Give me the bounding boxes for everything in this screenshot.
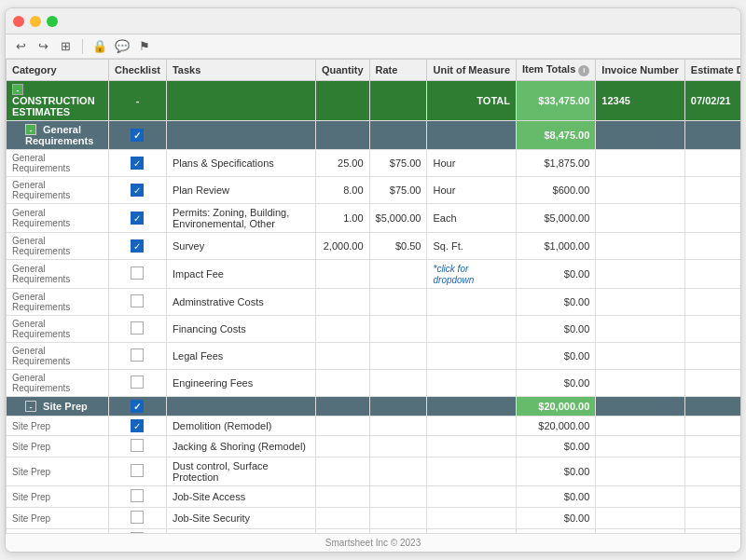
- app-window: ↩ ↪ ⊞ 🔒 💬 ⚑ Category Checklist Tasks Qua…: [5, 7, 741, 553]
- checklist-cell: [109, 370, 167, 397]
- rate-cell: [369, 486, 427, 508]
- task-cell: Demolition (Remodel): [166, 417, 315, 436]
- task-cell: Plan Review: [166, 177, 315, 204]
- qty-cell: [315, 289, 369, 316]
- checkbox[interactable]: [131, 464, 144, 477]
- group-expand-icon[interactable]: -: [25, 124, 36, 135]
- invoice-cell: [596, 233, 685, 260]
- unit-cell: [427, 343, 517, 370]
- unit-cell: [427, 289, 517, 316]
- expand-icon[interactable]: -: [12, 84, 23, 95]
- checkbox[interactable]: [131, 439, 144, 452]
- site-prep-tasks: [166, 397, 315, 417]
- checkbox[interactable]: [131, 266, 144, 280]
- comment-icon[interactable]: 💬: [115, 39, 130, 54]
- rate-cell: [369, 316, 427, 343]
- unit-cell: [427, 316, 517, 343]
- maximize-button[interactable]: [47, 16, 58, 27]
- checkbox[interactable]: [131, 321, 144, 335]
- qty-cell: [315, 486, 369, 508]
- qty-cell: 8.00: [315, 177, 369, 204]
- general-req-estimate: [684, 121, 740, 150]
- estimate-cell: [684, 486, 740, 508]
- invoice-cell: [596, 436, 685, 458]
- category-cell: Site Prep: [7, 508, 109, 529]
- checkbox[interactable]: [131, 376, 144, 389]
- table-row: General Requirements Engineering Fees $0…: [7, 370, 741, 397]
- col-tasks: Tasks: [166, 60, 315, 81]
- total-cell: $0.00: [517, 260, 596, 289]
- flag-icon[interactable]: ⚑: [137, 39, 152, 54]
- total-cell: $1,000.00: [517, 233, 596, 260]
- title-bar: [6, 8, 740, 34]
- spreadsheet-table: Category Checklist Tasks Quantity Rate U…: [6, 59, 740, 533]
- close-button[interactable]: [13, 16, 24, 27]
- toolbar: ↩ ↪ ⊞ 🔒 💬 ⚑: [6, 34, 740, 59]
- invoice-cell: [596, 177, 685, 204]
- qty-cell: [315, 417, 369, 436]
- checklist-cell: [109, 458, 167, 486]
- checkbox[interactable]: [131, 348, 144, 362]
- task-cell: Plans & Specifications: [166, 150, 315, 177]
- category-cell: General Requirements: [7, 370, 109, 397]
- invoice-cell: [596, 316, 685, 343]
- checklist-cell: [109, 289, 167, 316]
- category-cell: General Requirements: [7, 343, 109, 370]
- site-prep-checkbox[interactable]: [131, 400, 144, 413]
- format-icon[interactable]: ⊞: [58, 39, 73, 54]
- minimize-button[interactable]: [30, 16, 41, 27]
- col-quantity: Quantity: [315, 60, 369, 81]
- undo-icon[interactable]: ↩: [13, 39, 28, 54]
- task-cell: Engineering Fees: [166, 370, 315, 397]
- checkbox[interactable]: [131, 184, 144, 197]
- rate-cell: $5,000.00: [369, 204, 427, 233]
- unit-cell: *click for dropdown: [427, 260, 517, 289]
- checkbox[interactable]: [131, 239, 144, 253]
- invoice-cell: [596, 150, 685, 177]
- task-cell: Dust control, Surface Protection: [166, 458, 315, 486]
- general-requirements-group-row: - General Requirements $8,475.00: [7, 121, 741, 150]
- checkbox[interactable]: [131, 489, 144, 502]
- checkbox[interactable]: [131, 419, 144, 432]
- construction-rate: [369, 81, 427, 121]
- unit-cell: Sq. Ft.: [427, 233, 517, 260]
- general-req-checkbox[interactable]: [131, 129, 144, 142]
- qty-cell: [315, 508, 369, 529]
- qty-cell: [315, 343, 369, 370]
- lock-icon[interactable]: 🔒: [92, 39, 107, 54]
- general-req-qty: [315, 121, 369, 150]
- invoice-cell: [596, 458, 685, 486]
- checkbox[interactable]: [131, 511, 144, 524]
- estimate-cell: [684, 204, 740, 233]
- total-cell: $20,000.00: [517, 417, 596, 436]
- checklist-cell: [109, 150, 167, 177]
- total-cell: $0.00: [517, 486, 596, 508]
- invoice-cell: [596, 289, 685, 316]
- total-cell: $0.00: [517, 436, 596, 458]
- unit-cell: [427, 508, 517, 529]
- site-prep-total: $20,000.00: [517, 397, 596, 417]
- task-cell: Job-Site Access: [166, 486, 315, 508]
- site-prep-expand-icon[interactable]: -: [25, 401, 36, 412]
- checkbox[interactable]: [131, 157, 144, 170]
- site-prep-unit: [427, 397, 517, 417]
- task-cell: Job-Site Security: [166, 508, 315, 529]
- category-cell: General Requirements: [7, 233, 109, 260]
- redo-icon[interactable]: ↪: [35, 39, 50, 54]
- qty-cell: [315, 458, 369, 486]
- site-prep-rate: [369, 397, 427, 417]
- estimate-cell: [684, 417, 740, 436]
- rate-cell: $0.50: [369, 233, 427, 260]
- checkbox[interactable]: [131, 212, 144, 225]
- checkbox[interactable]: [131, 294, 144, 307]
- rate-cell: [369, 343, 427, 370]
- checklist-cell: [109, 316, 167, 343]
- category-cell: General Requirements: [7, 316, 109, 343]
- qty-cell: [315, 370, 369, 397]
- qty-cell: 2,000.00: [315, 233, 369, 260]
- total-cell: $0.00: [517, 458, 596, 486]
- total-cell: $0.00: [517, 370, 596, 397]
- table-row: General Requirements Permits: Zoning, Bu…: [7, 204, 741, 233]
- qty-cell: 25.00: [315, 150, 369, 177]
- info-icon[interactable]: i: [578, 65, 589, 76]
